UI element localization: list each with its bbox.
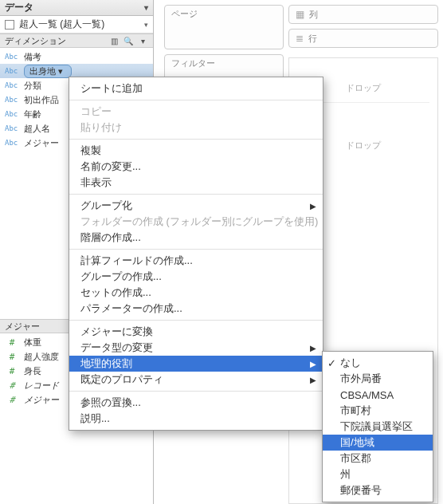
menu-label: フォルダーの作成 (フォルダー別にグループを使用): [80, 215, 318, 229]
field-label: 出身地 ▾: [24, 65, 72, 78]
submenu-label: 下院議員選挙区: [340, 419, 413, 434]
menu-item[interactable]: パラメーターの作成...: [69, 301, 323, 317]
search-icon[interactable]: 🔍: [123, 35, 134, 46]
field-label: メジャー: [24, 137, 59, 149]
menu-label: 既定のプロパティ: [80, 372, 163, 387]
menu-item[interactable]: セットの作成...: [69, 285, 323, 301]
submenu-label: 市外局番: [340, 372, 382, 386]
menu-item[interactable]: 計算フィールドの作成...: [69, 253, 323, 269]
field-label: 年齢: [24, 108, 41, 120]
pages-shelf[interactable]: ページ: [164, 5, 284, 49]
menu-label: グループの作成...: [80, 270, 162, 284]
dimensions-header: ディメンション ▥ 🔍 ▾: [0, 33, 153, 48]
menu-item[interactable]: 既定のプロパティ▶: [69, 372, 323, 388]
filters-label: フィルター: [171, 57, 215, 69]
menu-separator: [69, 139, 323, 140]
measures-label: メジャー: [5, 321, 40, 333]
submenu-item[interactable]: 市外局番: [323, 371, 433, 387]
submenu-item[interactable]: 市町村: [323, 403, 433, 419]
menu-label: コピー: [80, 104, 112, 119]
menu-item[interactable]: グループの作成...: [69, 269, 323, 285]
menu-label: 名前の変更...: [80, 159, 141, 174]
submenu-item[interactable]: 郵便番号: [323, 482, 433, 498]
data-pane-header: データ ▾: [0, 0, 153, 16]
dimensions-label: ディメンション: [5, 35, 66, 47]
menu-item: フォルダーの作成 (フォルダー別にグループを使用): [69, 214, 323, 230]
abc-icon: Abc: [5, 67, 19, 75]
menu-label: 階層の作成...: [80, 230, 141, 245]
submenu-item[interactable]: 下院議員選挙区: [323, 419, 433, 435]
menu-separator: [69, 391, 323, 392]
menu-item[interactable]: メジャーに変換: [69, 324, 323, 340]
menu-item[interactable]: シートに追加: [69, 81, 323, 96]
menu-item[interactable]: 参照の置換...: [69, 395, 323, 411]
columns-icon: ▦: [296, 9, 304, 20]
abc-icon: Abc: [5, 96, 19, 104]
submenu-arrow-icon: ▶: [310, 344, 316, 352]
menu-label: 参照の置換...: [80, 396, 141, 410]
submenu-label: 州: [340, 467, 351, 482]
menu-label: パラメーターの作成...: [80, 301, 182, 316]
menu-label: メジャーに変換: [80, 325, 153, 339]
rows-icon: ≣: [296, 33, 304, 44]
menu-item[interactable]: 複製: [69, 143, 323, 159]
menu-item[interactable]: グループ化▶: [69, 198, 323, 214]
abc-icon: Abc: [5, 110, 19, 118]
menu-item[interactable]: 説明...: [69, 411, 323, 427]
field-label: 超人強度: [24, 351, 59, 363]
field-label: 体重: [24, 337, 41, 348]
menu-item: 貼り付け: [69, 120, 323, 136]
dimension-field[interactable]: Abc備考: [0, 49, 153, 64]
check-icon: ✓: [327, 357, 336, 369]
menu-label: グループ化: [80, 199, 132, 213]
submenu-item[interactable]: 州: [323, 467, 433, 482]
geo-role-submenu: ✓なし市外局番CBSA/MSA市町村下院議員選挙区国/地域市区郡州郵便番号: [322, 351, 433, 502]
menu-separator: [69, 100, 323, 100]
menu-label: 貼り付け: [80, 120, 122, 135]
context-menu: シートに追加コピー貼り付け複製名前の変更...非表示グループ化▶フォルダーの作成…: [69, 77, 323, 431]
field-label: メジャー: [24, 394, 59, 406]
menu-separator: [69, 194, 323, 195]
field-label: 超人名: [24, 123, 50, 135]
menu-icon[interactable]: ▾: [137, 35, 148, 46]
submenu-arrow-icon: ▶: [310, 376, 316, 384]
datasource-row[interactable]: 超人一覧 (超人一覧) ▾: [0, 16, 153, 33]
collapse-icon[interactable]: ▾: [144, 3, 148, 12]
menu-label: データ型の変更: [80, 341, 153, 355]
menu-label: セットの作成...: [80, 285, 151, 300]
columns-shelf[interactable]: ▦列: [288, 5, 438, 24]
submenu-item[interactable]: 市区郡: [323, 451, 433, 467]
submenu-arrow-icon: ▶: [310, 360, 316, 368]
submenu-item[interactable]: ✓なし: [323, 355, 433, 371]
field-label: 身長: [24, 365, 41, 377]
view-icon[interactable]: ▥: [108, 35, 120, 46]
submenu-item[interactable]: CBSA/MSA: [323, 387, 433, 403]
field-label: 分類: [24, 80, 41, 92]
field-label: レコード: [24, 380, 59, 392]
abc-icon: Abc: [5, 53, 19, 61]
hash-icon: #: [5, 380, 19, 391]
submenu-label: 国/地域: [340, 435, 374, 450]
submenu-arrow-icon: ▶: [310, 202, 316, 211]
hash-icon: #: [5, 395, 19, 405]
menu-separator: [69, 320, 323, 321]
submenu-label: 郵便番号: [340, 483, 382, 498]
submenu-item[interactable]: 国/地域: [323, 435, 433, 451]
menu-label: シートに追加: [80, 81, 143, 96]
rows-shelf[interactable]: ≣行: [288, 29, 438, 48]
hash-icon: #: [5, 352, 19, 362]
abc-icon: Abc: [5, 81, 19, 89]
menu-item[interactable]: 名前の変更...: [69, 159, 323, 175]
submenu-label: CBSA/MSA: [340, 389, 394, 401]
menu-label: 複製: [80, 144, 101, 158]
menu-item[interactable]: 地理的役割▶: [69, 356, 323, 372]
datasource-icon: [5, 20, 14, 30]
menu-item[interactable]: 階層の作成...: [69, 230, 323, 246]
menu-label: 説明...: [80, 411, 110, 426]
menu-label: 計算フィールドの作成...: [80, 254, 193, 268]
menu-item: コピー: [69, 104, 323, 120]
menu-item[interactable]: データ型の変更▶: [69, 340, 323, 356]
menu-label: 地理的役割: [80, 356, 132, 371]
menu-item[interactable]: 非表示: [69, 175, 323, 191]
rows-label: 行: [308, 33, 317, 45]
